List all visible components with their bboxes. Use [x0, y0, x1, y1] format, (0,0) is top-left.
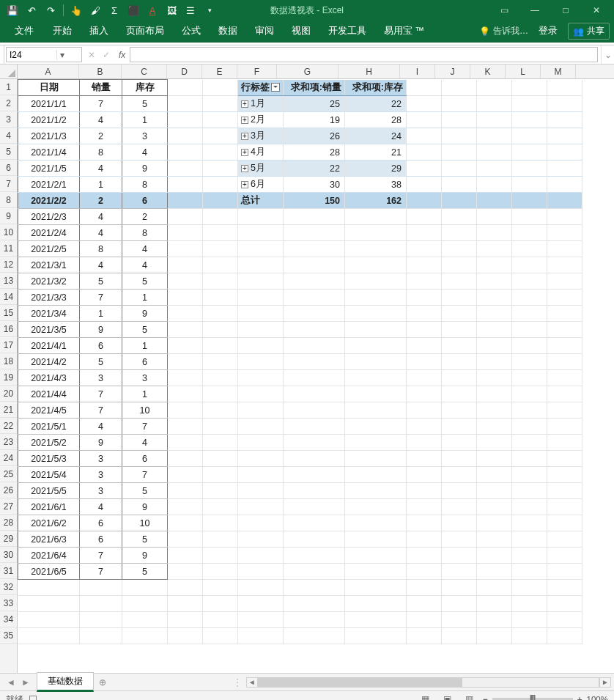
cell[interactable] [442, 209, 477, 225]
cell[interactable] [407, 144, 442, 161]
cell[interactable]: 7 [122, 419, 168, 435]
cell[interactable]: 6 [80, 515, 122, 531]
tab-home[interactable]: 开始 [44, 21, 81, 42]
cell[interactable] [168, 467, 203, 483]
cell[interactable] [442, 354, 477, 370]
cell[interactable] [168, 112, 203, 128]
cell[interactable]: 9 [122, 548, 168, 564]
cell[interactable] [442, 96, 477, 112]
cell[interactable] [203, 322, 238, 338]
cell[interactable] [284, 435, 345, 451]
cell[interactable] [284, 306, 345, 322]
new-sheet-button[interactable]: ⊕ [94, 675, 111, 690]
cell[interactable]: 6 [122, 354, 168, 370]
zoom-slider-handle[interactable] [530, 695, 535, 700]
cell[interactable] [547, 435, 582, 451]
cell[interactable] [477, 209, 512, 225]
cell[interactable] [407, 370, 442, 386]
cell[interactable] [345, 419, 407, 435]
cell[interactable] [547, 628, 582, 644]
close-icon[interactable]: ✕ [582, 0, 611, 21]
cell[interactable] [203, 161, 238, 177]
cell[interactable]: 日期 [18, 80, 80, 96]
cell[interactable]: 2021/3/5 [18, 322, 80, 338]
cell[interactable]: 1 [122, 290, 168, 306]
cell[interactable]: 6 [122, 193, 168, 209]
cell[interactable] [18, 612, 80, 628]
cell[interactable] [442, 467, 477, 483]
cell[interactable] [407, 435, 442, 451]
cell[interactable] [407, 564, 442, 580]
cell[interactable] [477, 225, 512, 241]
cell[interactable] [512, 499, 547, 515]
tab-review[interactable]: 审阅 [246, 21, 283, 42]
cell[interactable]: 5 [122, 483, 168, 499]
cell[interactable] [168, 177, 203, 193]
cell[interactable] [512, 612, 547, 628]
row-header[interactable]: 35 [0, 627, 17, 644]
column-header-D[interactable]: D [167, 65, 202, 78]
cell[interactable] [284, 628, 345, 644]
cell[interactable] [203, 290, 238, 306]
cell[interactable]: 4 [122, 241, 168, 257]
cell[interactable] [168, 290, 203, 306]
autosum-icon[interactable]: Σ [108, 4, 121, 17]
cell[interactable] [442, 435, 477, 451]
cell[interactable]: 5 [80, 354, 122, 370]
cell[interactable] [238, 467, 284, 483]
cell[interactable] [168, 338, 203, 354]
cell[interactable] [168, 435, 203, 451]
cell[interactable] [512, 161, 547, 177]
cell[interactable] [512, 225, 547, 241]
cell[interactable] [238, 241, 284, 257]
cell[interactable] [512, 80, 547, 96]
cell[interactable] [168, 531, 203, 548]
cell[interactable] [547, 386, 582, 402]
cell[interactable]: +6月 [238, 177, 284, 193]
cell[interactable] [477, 451, 512, 467]
cell[interactable]: 1 [122, 386, 168, 402]
cell[interactable] [284, 225, 345, 241]
cell[interactable] [203, 467, 238, 483]
ribbon-display-options-icon[interactable]: ▭ [489, 0, 519, 21]
cell[interactable] [442, 338, 477, 354]
cell[interactable] [407, 273, 442, 290]
cell[interactable] [238, 612, 284, 628]
cell[interactable] [345, 628, 407, 644]
cell[interactable]: 销量 [80, 80, 122, 96]
cell[interactable]: 8 [122, 225, 168, 241]
cell[interactable] [168, 419, 203, 435]
cell[interactable]: 2021/3/1 [18, 257, 80, 273]
cell[interactable] [407, 548, 442, 564]
cell[interactable] [407, 596, 442, 612]
cell[interactable] [477, 338, 512, 354]
insert-picture-icon[interactable]: 🖼 [165, 4, 178, 17]
cell[interactable]: 2021/6/4 [18, 548, 80, 564]
cell[interactable] [345, 612, 407, 628]
cell[interactable]: 2021/1/1 [18, 96, 80, 112]
qat-more-icon[interactable]: ▾ [203, 4, 216, 17]
cell[interactable] [547, 128, 582, 144]
cell[interactable] [442, 193, 477, 209]
tab-addon[interactable]: 易用宝 ™ [375, 21, 433, 42]
cell[interactable]: 6 [122, 451, 168, 467]
cell[interactable] [477, 435, 512, 451]
cell[interactable] [238, 419, 284, 435]
cell[interactable] [407, 531, 442, 548]
select-all-corner[interactable] [0, 65, 18, 79]
cell[interactable] [203, 306, 238, 322]
cell[interactable] [512, 596, 547, 612]
cell[interactable] [168, 225, 203, 241]
cell[interactable] [203, 628, 238, 644]
cell[interactable] [284, 499, 345, 515]
pivot-expand-icon[interactable]: + [241, 165, 248, 172]
cell[interactable] [477, 612, 512, 628]
cell[interactable] [547, 225, 582, 241]
cell[interactable]: 2021/3/3 [18, 290, 80, 306]
cell[interactable] [407, 338, 442, 354]
cell[interactable] [203, 515, 238, 531]
cell[interactable] [284, 467, 345, 483]
cell[interactable] [407, 290, 442, 306]
cell[interactable] [547, 209, 582, 225]
cell[interactable] [477, 499, 512, 515]
